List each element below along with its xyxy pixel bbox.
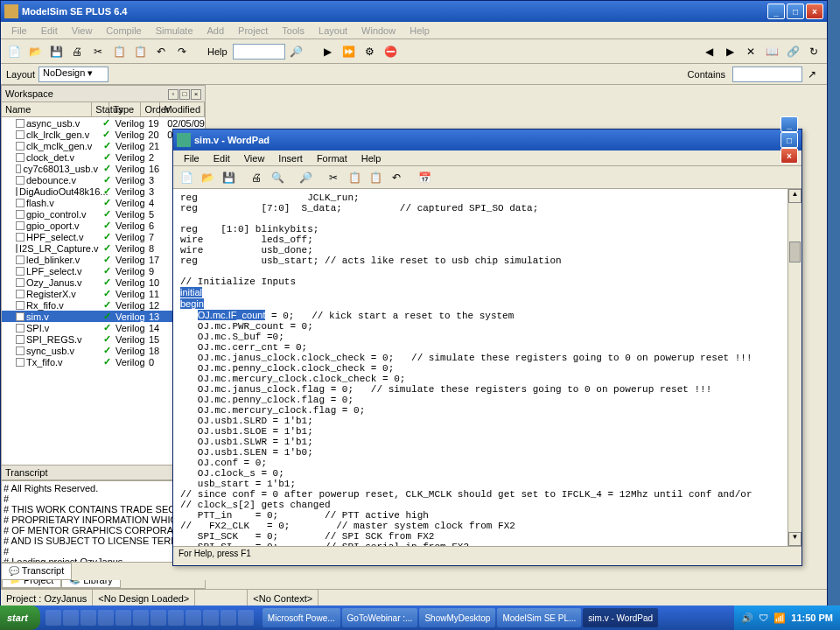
wp-copy-icon[interactable]: 📋	[345, 168, 364, 187]
header-type[interactable]: Type	[109, 102, 141, 116]
wp-save-icon[interactable]: 💾	[219, 168, 238, 187]
simulate-icon[interactable]: ⚙	[360, 42, 380, 61]
ql-icon[interactable]	[220, 610, 236, 626]
menu-compile[interactable]: Compile	[99, 24, 148, 38]
wp-minimize-button[interactable]: _	[780, 116, 798, 132]
link-icon[interactable]: 🔗	[783, 42, 802, 61]
clock[interactable]: 11:50 PM	[791, 612, 833, 623]
quick-launch	[40, 610, 259, 626]
scroll-up-icon[interactable]: ▲	[788, 189, 802, 203]
task-button[interactable]: ShowMyDesktop	[419, 608, 495, 627]
wp-find-icon[interactable]: 🔎	[296, 168, 315, 187]
wp-maximize-button[interactable]: □	[780, 132, 798, 148]
paste-icon[interactable]: 📋	[130, 42, 150, 61]
new-icon[interactable]: 📄	[4, 42, 24, 61]
ws-close-icon[interactable]: ×	[191, 89, 201, 100]
menu-project[interactable]: Project	[231, 24, 275, 38]
wp-new-icon[interactable]: 📄	[177, 168, 196, 187]
wp-date-icon[interactable]: 📅	[415, 168, 434, 187]
header-name[interactable]: Name	[2, 102, 92, 116]
system-tray[interactable]: 🔊 🛡 📶 11:50 PM	[734, 606, 840, 630]
menu-layout[interactable]: Layout	[312, 24, 354, 38]
task-button[interactable]: GoToWebinar :...	[342, 608, 418, 627]
wp-menu-view[interactable]: View	[237, 151, 272, 165]
wp-print-icon[interactable]: 🖨	[247, 168, 266, 187]
ql-icon[interactable]	[238, 610, 254, 626]
nav-fwd-icon[interactable]: ▶	[720, 42, 739, 61]
tray-icon[interactable]: 📶	[774, 612, 786, 624]
tray-icon[interactable]: 🛡	[759, 612, 768, 623]
ql-icon[interactable]	[116, 610, 131, 626]
print-icon[interactable]: 🖨	[67, 42, 87, 61]
menu-add[interactable]: Add	[200, 24, 232, 38]
ql-icon[interactable]	[80, 610, 96, 626]
wp-menu-format[interactable]: Format	[310, 151, 354, 165]
menu-file[interactable]: File	[4, 24, 34, 38]
wp-close-button[interactable]: ×	[780, 148, 798, 164]
menu-edit[interactable]: Edit	[34, 24, 65, 38]
open-icon[interactable]: 📂	[25, 42, 45, 61]
file-row[interactable]: async_usb.v✓Verilog1902/05/09	[2, 117, 205, 129]
help-find-icon[interactable]: 🔎	[287, 42, 306, 61]
minimize-button[interactable]: _	[767, 4, 785, 19]
scroll-thumb[interactable]	[789, 242, 801, 262]
break-icon[interactable]: ⛔	[382, 42, 401, 61]
undo-icon[interactable]: ↶	[151, 42, 171, 61]
ql-icon[interactable]	[150, 610, 166, 626]
task-button[interactable]: sim.v - WordPad	[583, 608, 658, 627]
contains-go-icon[interactable]: ↗	[802, 65, 822, 84]
help-input[interactable]	[233, 44, 285, 60]
wp-cut-icon[interactable]: ✂	[324, 168, 343, 187]
wp-vscroll[interactable]: ▲ ▼	[788, 189, 802, 546]
scroll-down-icon[interactable]: ▼	[788, 532, 802, 546]
ql-icon[interactable]	[133, 610, 149, 626]
wp-menu-help[interactable]: Help	[354, 151, 388, 165]
menu-help[interactable]: Help	[402, 24, 437, 38]
header-status[interactable]: Status	[92, 102, 109, 116]
layout-select[interactable]: NoDesign ▾	[38, 66, 108, 82]
task-button[interactable]: Microsoft Powe...	[262, 608, 340, 627]
contains-input[interactable]	[732, 66, 802, 82]
status-design: <No Design Loaded>	[93, 590, 195, 606]
maximize-button[interactable]: □	[787, 4, 804, 19]
ws-split-icon[interactable]: ▫	[168, 89, 178, 100]
nav-back-icon[interactable]: ◀	[699, 42, 718, 61]
menu-simulate[interactable]: Simulate	[149, 24, 200, 38]
cut-icon[interactable]: ✂	[88, 42, 108, 61]
compile-icon[interactable]: ▶	[318, 42, 338, 61]
ql-icon[interactable]	[203, 610, 219, 626]
wp-preview-icon[interactable]: 🔍	[268, 168, 287, 187]
wp-open-icon[interactable]: 📂	[198, 168, 217, 187]
modelsim-title: ModelSim SE PLUS 6.4	[22, 6, 767, 17]
close-button[interactable]: ×	[806, 4, 823, 19]
ql-icon[interactable]	[46, 610, 61, 626]
copy-icon[interactable]: 📋	[109, 42, 129, 61]
header-modified[interactable]: Modified	[160, 102, 205, 116]
save-icon[interactable]: 💾	[46, 42, 66, 61]
ql-icon[interactable]	[98, 610, 114, 626]
tab-transcript[interactable]: 💬 Transcript	[1, 563, 72, 580]
start-button[interactable]: start	[0, 606, 40, 630]
ws-max-icon[interactable]: □	[179, 89, 190, 100]
tray-icon[interactable]: 🔊	[741, 612, 753, 624]
wp-menu-edit[interactable]: Edit	[206, 151, 237, 165]
ql-icon[interactable]	[63, 610, 79, 626]
wp-paste-icon[interactable]: 📋	[366, 168, 385, 187]
refresh-icon[interactable]: ↻	[804, 42, 823, 61]
header-order[interactable]: Order	[141, 102, 160, 116]
task-button[interactable]: ModelSim SE PL...	[497, 608, 581, 627]
wordpad-status: For Help, press F1	[173, 546, 802, 562]
menu-view[interactable]: View	[65, 24, 100, 38]
wp-menu-file[interactable]: File	[177, 151, 206, 165]
wp-undo-icon[interactable]: ↶	[387, 168, 406, 187]
x-icon[interactable]: ✕	[741, 42, 760, 61]
ql-icon[interactable]	[186, 610, 201, 626]
compile-all-icon[interactable]: ⏩	[340, 42, 359, 61]
wordpad-editor[interactable]: reg JCLK_run; reg [7:0] S_data; // captu…	[173, 189, 802, 546]
wp-menu-insert[interactable]: Insert	[271, 151, 310, 165]
book-icon[interactable]: 📖	[762, 42, 781, 61]
menu-window[interactable]: Window	[354, 24, 402, 38]
ql-icon[interactable]	[168, 610, 184, 626]
menu-tools[interactable]: Tools	[275, 24, 312, 38]
redo-icon[interactable]: ↷	[172, 42, 192, 61]
